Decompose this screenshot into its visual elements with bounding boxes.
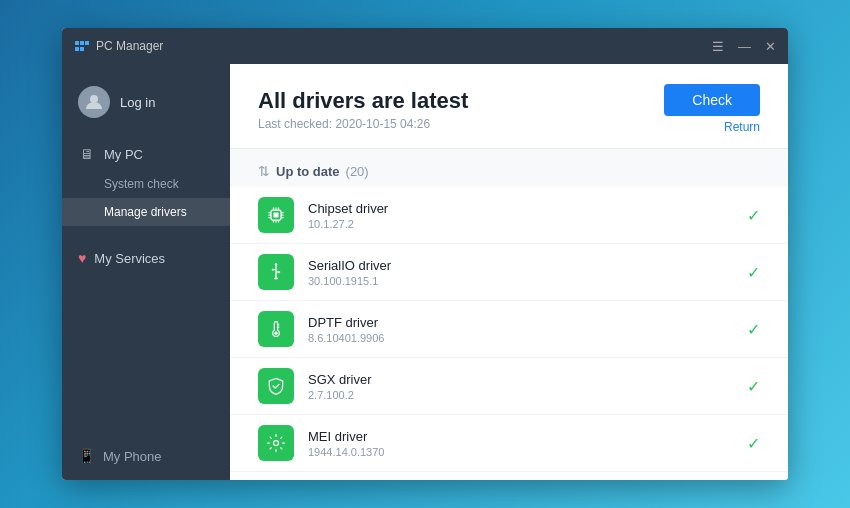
driver-version: 2.7.100.2 [308, 389, 733, 401]
table-row: DPTF driver 8.6.10401.9906 ✓ [230, 301, 788, 358]
shield-icon [266, 376, 286, 396]
driver-icon-settings [258, 425, 294, 461]
avatar [78, 86, 110, 118]
content-area: All drivers are latest Last checked: 202… [230, 64, 788, 480]
svg-rect-7 [274, 213, 279, 218]
svg-point-20 [275, 263, 278, 266]
driver-name: Chipset driver [308, 201, 733, 216]
my-pc-label: My PC [104, 147, 143, 162]
return-link[interactable]: Return [724, 120, 760, 134]
sidebar-spacer [62, 274, 230, 436]
temperature-icon [266, 319, 286, 339]
driver-version: 30.100.1915.1 [308, 275, 733, 287]
logo-icon [74, 38, 90, 54]
window-controls: ☰ — ✕ [712, 40, 776, 53]
driver-name: SGX driver [308, 372, 733, 387]
header-actions: Check Return [664, 84, 760, 134]
header-left: All drivers are latest Last checked: 202… [258, 88, 468, 131]
phone-icon: 📱 [78, 448, 95, 464]
section-count: (20) [346, 164, 369, 179]
driver-status-icon: ✓ [747, 263, 760, 282]
my-phone-label: My Phone [103, 449, 162, 464]
my-services-label: My Services [94, 251, 165, 266]
main-content: Log in 🖥 My PC System check Manage drive… [62, 64, 788, 480]
driver-info: MEI driver 1944.14.0.1370 [308, 429, 733, 458]
system-check-label: System check [104, 177, 179, 191]
driver-version: 8.6.10401.9906 [308, 332, 733, 344]
last-checked-label: Last checked: 2020-10-15 04:26 [258, 117, 468, 131]
driver-list-container[interactable]: ⇅ Up to date (20) [230, 149, 788, 480]
menu-icon[interactable]: ☰ [712, 40, 724, 53]
usb-icon [266, 262, 286, 282]
driver-info: Chipset driver 10.1.27.2 [308, 201, 733, 230]
title-bar: PC Manager ☰ — ✕ [62, 28, 788, 64]
section-label: Up to date [276, 164, 340, 179]
app-window: PC Manager ☰ — ✕ Log in [62, 28, 788, 480]
sidebar-item-my-pc[interactable]: 🖥 My PC [62, 138, 230, 170]
table-row: Thunderbolt 1.41.729.0 ✓ [230, 472, 788, 480]
svg-point-23 [274, 332, 277, 335]
svg-rect-3 [75, 47, 79, 51]
table-row: MEI driver 1944.14.0.1370 ✓ [230, 415, 788, 472]
page-title: All drivers are latest [258, 88, 468, 114]
svg-rect-2 [85, 41, 89, 45]
driver-name: MEI driver [308, 429, 733, 444]
svg-rect-4 [80, 47, 84, 51]
driver-status-icon: ✓ [747, 434, 760, 453]
driver-status-icon: ✓ [747, 377, 760, 396]
section-header: ⇅ Up to date (20) [230, 149, 788, 187]
driver-icon-temp [258, 311, 294, 347]
check-button[interactable]: Check [664, 84, 760, 116]
driver-name: DPTF driver [308, 315, 733, 330]
monitor-icon: 🖥 [78, 146, 96, 162]
table-row: SerialIO driver 30.100.1915.1 ✓ [230, 244, 788, 301]
driver-version: 10.1.27.2 [308, 218, 733, 230]
driver-info: DPTF driver 8.6.10401.9906 [308, 315, 733, 344]
user-section[interactable]: Log in [62, 72, 230, 138]
user-name-label: Log in [120, 95, 155, 110]
chip-icon [266, 205, 286, 225]
svg-rect-0 [75, 41, 79, 45]
driver-info: SerialIO driver 30.100.1915.1 [308, 258, 733, 287]
app-logo: PC Manager [74, 38, 163, 54]
table-row: SGX driver 2.7.100.2 ✓ [230, 358, 788, 415]
sidebar-item-manage-drivers[interactable]: Manage drivers [62, 198, 230, 226]
sidebar: Log in 🖥 My PC System check Manage drive… [62, 64, 230, 480]
sidebar-item-my-phone[interactable]: 📱 My Phone [62, 436, 230, 480]
heart-icon: ♥ [78, 250, 86, 266]
nav-my-pc-section: 🖥 My PC System check Manage drivers [62, 138, 230, 234]
avatar-icon [84, 92, 104, 112]
driver-status-icon: ✓ [747, 320, 760, 339]
svg-rect-1 [80, 41, 84, 45]
driver-version: 1944.14.0.1370 [308, 446, 733, 458]
svg-point-5 [90, 95, 98, 103]
close-button[interactable]: ✕ [765, 40, 776, 53]
driver-icon-chip [258, 197, 294, 233]
app-title: PC Manager [96, 39, 163, 53]
table-row: Chipset driver 10.1.27.2 ✓ [230, 187, 788, 244]
minimize-button[interactable]: — [738, 40, 751, 53]
svg-point-26 [274, 441, 279, 446]
driver-name: SerialIO driver [308, 258, 733, 273]
sidebar-item-system-check[interactable]: System check [62, 170, 230, 198]
content-header: All drivers are latest Last checked: 202… [230, 64, 788, 149]
driver-icon-shield [258, 368, 294, 404]
sidebar-item-my-services[interactable]: ♥ My Services [62, 234, 230, 274]
sort-icon: ⇅ [258, 163, 270, 179]
gear-icon [266, 433, 286, 453]
driver-info: SGX driver 2.7.100.2 [308, 372, 733, 401]
manage-drivers-label: Manage drivers [104, 205, 187, 219]
driver-icon-usb [258, 254, 294, 290]
driver-status-icon: ✓ [747, 206, 760, 225]
